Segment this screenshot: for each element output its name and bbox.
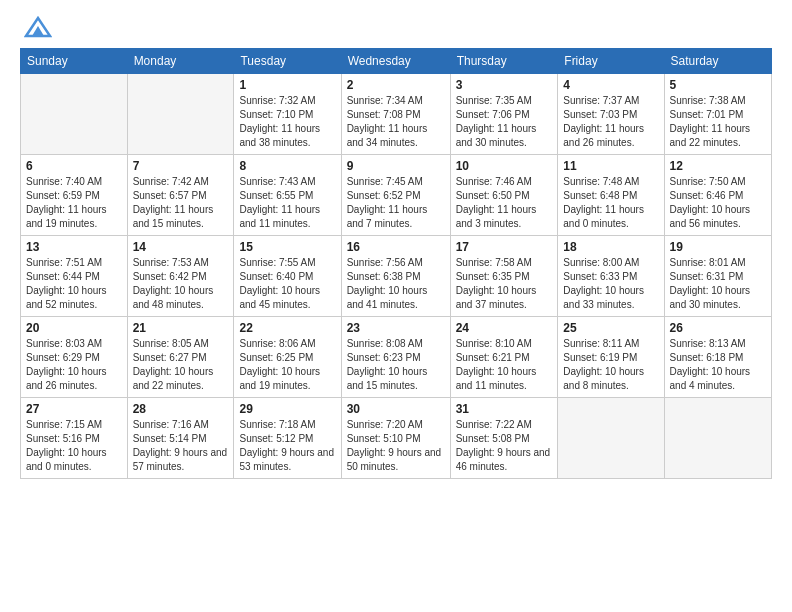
calendar-cell: 27Sunrise: 7:15 AM Sunset: 5:16 PM Dayli… [21,398,128,479]
calendar-cell: 22Sunrise: 8:06 AM Sunset: 6:25 PM Dayli… [234,317,341,398]
day-info: Sunrise: 7:37 AM Sunset: 7:03 PM Dayligh… [563,94,658,150]
weekday-header-row: SundayMondayTuesdayWednesdayThursdayFrid… [21,49,772,74]
calendar-cell: 6Sunrise: 7:40 AM Sunset: 6:59 PM Daylig… [21,155,128,236]
day-number: 31 [456,402,553,416]
day-info: Sunrise: 8:06 AM Sunset: 6:25 PM Dayligh… [239,337,335,393]
day-number: 17 [456,240,553,254]
calendar-cell: 29Sunrise: 7:18 AM Sunset: 5:12 PM Dayli… [234,398,341,479]
header [20,16,772,38]
day-info: Sunrise: 7:51 AM Sunset: 6:44 PM Dayligh… [26,256,122,312]
calendar-cell: 13Sunrise: 7:51 AM Sunset: 6:44 PM Dayli… [21,236,128,317]
day-number: 14 [133,240,229,254]
svg-marker-1 [32,26,44,36]
day-number: 13 [26,240,122,254]
day-number: 1 [239,78,335,92]
calendar-cell: 17Sunrise: 7:58 AM Sunset: 6:35 PM Dayli… [450,236,558,317]
weekday-header-friday: Friday [558,49,664,74]
calendar-cell: 7Sunrise: 7:42 AM Sunset: 6:57 PM Daylig… [127,155,234,236]
day-info: Sunrise: 8:13 AM Sunset: 6:18 PM Dayligh… [670,337,766,393]
day-info: Sunrise: 7:43 AM Sunset: 6:55 PM Dayligh… [239,175,335,231]
calendar-cell: 11Sunrise: 7:48 AM Sunset: 6:48 PM Dayli… [558,155,664,236]
calendar-cell [664,398,771,479]
calendar-cell: 1Sunrise: 7:32 AM Sunset: 7:10 PM Daylig… [234,74,341,155]
day-number: 5 [670,78,766,92]
weekday-header-sunday: Sunday [21,49,128,74]
weekday-header-tuesday: Tuesday [234,49,341,74]
calendar-cell [21,74,128,155]
day-number: 24 [456,321,553,335]
calendar-cell: 16Sunrise: 7:56 AM Sunset: 6:38 PM Dayli… [341,236,450,317]
day-number: 30 [347,402,445,416]
calendar-cell: 24Sunrise: 8:10 AM Sunset: 6:21 PM Dayli… [450,317,558,398]
day-number: 18 [563,240,658,254]
day-info: Sunrise: 7:40 AM Sunset: 6:59 PM Dayligh… [26,175,122,231]
day-info: Sunrise: 7:15 AM Sunset: 5:16 PM Dayligh… [26,418,122,474]
calendar-table: SundayMondayTuesdayWednesdayThursdayFrid… [20,48,772,479]
calendar-cell: 4Sunrise: 7:37 AM Sunset: 7:03 PM Daylig… [558,74,664,155]
calendar-cell: 31Sunrise: 7:22 AM Sunset: 5:08 PM Dayli… [450,398,558,479]
day-info: Sunrise: 7:38 AM Sunset: 7:01 PM Dayligh… [670,94,766,150]
day-number: 20 [26,321,122,335]
calendar-cell: 9Sunrise: 7:45 AM Sunset: 6:52 PM Daylig… [341,155,450,236]
day-number: 8 [239,159,335,173]
week-row-1: 1Sunrise: 7:32 AM Sunset: 7:10 PM Daylig… [21,74,772,155]
day-number: 12 [670,159,766,173]
calendar-cell: 8Sunrise: 7:43 AM Sunset: 6:55 PM Daylig… [234,155,341,236]
calendar-cell [127,74,234,155]
day-info: Sunrise: 7:32 AM Sunset: 7:10 PM Dayligh… [239,94,335,150]
day-number: 29 [239,402,335,416]
day-number: 19 [670,240,766,254]
calendar-cell: 28Sunrise: 7:16 AM Sunset: 5:14 PM Dayli… [127,398,234,479]
calendar-cell: 15Sunrise: 7:55 AM Sunset: 6:40 PM Dayli… [234,236,341,317]
weekday-header-wednesday: Wednesday [341,49,450,74]
calendar-cell: 20Sunrise: 8:03 AM Sunset: 6:29 PM Dayli… [21,317,128,398]
day-number: 3 [456,78,553,92]
page: SundayMondayTuesdayWednesdayThursdayFrid… [0,0,792,612]
day-info: Sunrise: 7:34 AM Sunset: 7:08 PM Dayligh… [347,94,445,150]
calendar-cell: 23Sunrise: 8:08 AM Sunset: 6:23 PM Dayli… [341,317,450,398]
calendar-cell: 3Sunrise: 7:35 AM Sunset: 7:06 PM Daylig… [450,74,558,155]
weekday-header-thursday: Thursday [450,49,558,74]
day-number: 9 [347,159,445,173]
day-number: 4 [563,78,658,92]
logo-icon [24,16,52,38]
weekday-header-saturday: Saturday [664,49,771,74]
calendar-cell: 25Sunrise: 8:11 AM Sunset: 6:19 PM Dayli… [558,317,664,398]
day-info: Sunrise: 7:58 AM Sunset: 6:35 PM Dayligh… [456,256,553,312]
week-row-3: 13Sunrise: 7:51 AM Sunset: 6:44 PM Dayli… [21,236,772,317]
day-number: 11 [563,159,658,173]
day-number: 23 [347,321,445,335]
day-number: 10 [456,159,553,173]
day-info: Sunrise: 8:05 AM Sunset: 6:27 PM Dayligh… [133,337,229,393]
day-number: 27 [26,402,122,416]
day-info: Sunrise: 7:20 AM Sunset: 5:10 PM Dayligh… [347,418,445,474]
calendar-cell [558,398,664,479]
calendar-cell: 2Sunrise: 7:34 AM Sunset: 7:08 PM Daylig… [341,74,450,155]
day-number: 21 [133,321,229,335]
day-info: Sunrise: 7:45 AM Sunset: 6:52 PM Dayligh… [347,175,445,231]
calendar-cell: 30Sunrise: 7:20 AM Sunset: 5:10 PM Dayli… [341,398,450,479]
calendar-cell: 19Sunrise: 8:01 AM Sunset: 6:31 PM Dayli… [664,236,771,317]
calendar-cell: 5Sunrise: 7:38 AM Sunset: 7:01 PM Daylig… [664,74,771,155]
day-info: Sunrise: 8:11 AM Sunset: 6:19 PM Dayligh… [563,337,658,393]
calendar-cell: 14Sunrise: 7:53 AM Sunset: 6:42 PM Dayli… [127,236,234,317]
calendar-cell: 12Sunrise: 7:50 AM Sunset: 6:46 PM Dayli… [664,155,771,236]
day-number: 6 [26,159,122,173]
calendar-cell: 10Sunrise: 7:46 AM Sunset: 6:50 PM Dayli… [450,155,558,236]
day-info: Sunrise: 7:35 AM Sunset: 7:06 PM Dayligh… [456,94,553,150]
day-info: Sunrise: 7:48 AM Sunset: 6:48 PM Dayligh… [563,175,658,231]
day-number: 16 [347,240,445,254]
week-row-2: 6Sunrise: 7:40 AM Sunset: 6:59 PM Daylig… [21,155,772,236]
day-info: Sunrise: 7:56 AM Sunset: 6:38 PM Dayligh… [347,256,445,312]
day-info: Sunrise: 8:03 AM Sunset: 6:29 PM Dayligh… [26,337,122,393]
calendar-cell: 18Sunrise: 8:00 AM Sunset: 6:33 PM Dayli… [558,236,664,317]
calendar-cell: 21Sunrise: 8:05 AM Sunset: 6:27 PM Dayli… [127,317,234,398]
day-info: Sunrise: 7:46 AM Sunset: 6:50 PM Dayligh… [456,175,553,231]
day-info: Sunrise: 8:10 AM Sunset: 6:21 PM Dayligh… [456,337,553,393]
day-info: Sunrise: 8:00 AM Sunset: 6:33 PM Dayligh… [563,256,658,312]
day-info: Sunrise: 7:42 AM Sunset: 6:57 PM Dayligh… [133,175,229,231]
day-info: Sunrise: 7:16 AM Sunset: 5:14 PM Dayligh… [133,418,229,474]
day-info: Sunrise: 7:22 AM Sunset: 5:08 PM Dayligh… [456,418,553,474]
calendar-cell: 26Sunrise: 8:13 AM Sunset: 6:18 PM Dayli… [664,317,771,398]
day-info: Sunrise: 7:53 AM Sunset: 6:42 PM Dayligh… [133,256,229,312]
